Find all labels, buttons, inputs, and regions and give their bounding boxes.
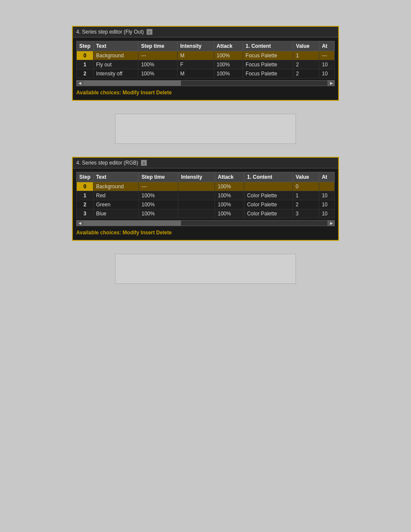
available-choices-flyout: Available choices: Modify Insert Delete (76, 88, 335, 96)
scroll-track-rgb[interactable] (83, 220, 328, 226)
cell-content-rgb-3: Color Palette (244, 209, 293, 218)
col-at-rgb: At (319, 172, 334, 182)
table-row[interactable]: 0 Background --- M 100% Focus Palette 1 … (77, 51, 335, 60)
cell-text-1: Fly out (93, 60, 138, 69)
col-attack-rgb: Attack (215, 172, 244, 182)
step-table-rgb: Step Text Step time Intensity Attack 1. … (76, 172, 335, 218)
cell-attack-rgb-1: 100% (215, 191, 244, 200)
editor-panel-flyout: 4. Series step editor (Fly Out) x Step T… (72, 26, 339, 101)
col-content: 1. Content (243, 41, 293, 51)
col-intensity-rgb: Intensity (178, 172, 215, 182)
cell-content-0: Focus Palette (243, 51, 293, 60)
cell-at-2: 10 (319, 69, 335, 78)
cell-value-2: 2 (293, 69, 319, 78)
scroll-right-btn-rgb[interactable]: ▶ (328, 220, 335, 226)
col-step-rgb: Step (77, 172, 93, 182)
cell-steptime-2: 100% (138, 69, 177, 78)
cell-steptime-1: 100% (138, 60, 177, 69)
step-table-flyout: Step Text Step time Intensity Attack 1. … (76, 41, 335, 78)
cell-intensity-rgb-3 (178, 209, 215, 218)
cell-value-rgb-0: 0 (293, 182, 319, 191)
cell-steptime-rgb-1: 100% (139, 191, 178, 200)
cell-step-rgb-1: 1 (77, 191, 93, 200)
scroll-area-flyout: ◀ ▶ (76, 80, 335, 86)
cell-at-1: 10 (319, 60, 335, 69)
scroll-thumb-flyout (84, 81, 181, 86)
available-choices-rgb: Available choices: Modify Insert Delete (76, 228, 335, 236)
col-content-rgb: 1. Content (244, 172, 293, 182)
cell-intensity-rgb-2 (178, 200, 215, 209)
editor-content-flyout: Step Text Step time Intensity Attack 1. … (73, 37, 338, 100)
cell-value-rgb-3: 3 (293, 209, 319, 218)
cell-step-0: 0 (77, 51, 93, 60)
cell-text-rgb-1: Red (93, 191, 139, 200)
cell-intensity-rgb-1 (178, 191, 215, 200)
cell-text-rgb-3: Blue (93, 209, 139, 218)
cell-text-rgb-2: Green (93, 200, 139, 209)
col-steptime-rgb: Step time (139, 172, 178, 182)
cell-at-rgb-1: 10 (319, 191, 334, 200)
cell-attack-1: 100% (214, 60, 243, 69)
cell-value-1: 2 (293, 60, 319, 69)
scroll-thumb-rgb (84, 221, 181, 226)
col-text-rgb: Text (93, 172, 139, 182)
cell-step-rgb-2: 2 (77, 200, 93, 209)
table-row[interactable]: 2 Intensity off 100% M 100% Focus Palett… (77, 69, 335, 78)
table-row[interactable]: 0 Background --- 100% 0 (77, 182, 335, 191)
cell-intensity-rgb-0 (178, 182, 215, 191)
col-at: At (319, 41, 335, 51)
panel1-title: 4. Series step editor (Fly Out) (76, 29, 144, 35)
close-button-rgb[interactable]: x (141, 160, 147, 166)
cell-intensity-0: M (177, 51, 214, 60)
cell-attack-0: 100% (214, 51, 243, 60)
cell-text-rgb-0: Background (93, 182, 139, 191)
table-row[interactable]: 3 Blue 100% 100% Color Palette 3 10 (77, 209, 335, 218)
title-bar-flyout: 4. Series step editor (Fly Out) x (73, 27, 338, 37)
panel2-title: 4. Series step editor (RGB) (76, 160, 138, 166)
col-intensity: Intensity (177, 41, 214, 51)
cell-attack-rgb-2: 100% (215, 200, 244, 209)
cell-at-rgb-0 (319, 182, 334, 191)
editor-content-rgb: Step Text Step time Intensity Attack 1. … (73, 168, 338, 240)
cell-at-rgb-2: 10 (319, 200, 334, 209)
cell-value-0: 1 (293, 51, 319, 60)
cell-content-rgb-2: Color Palette (244, 200, 293, 209)
cell-intensity-2: M (177, 69, 214, 78)
editor-panel-rgb: 4. Series step editor (RGB) x Step Text … (72, 157, 339, 241)
col-value-rgb: Value (293, 172, 319, 182)
cell-step-rgb-3: 3 (77, 209, 93, 218)
title-bar-rgb: 4. Series step editor (RGB) x (73, 158, 338, 168)
cell-text-2: Intensity off (93, 69, 138, 78)
cell-at-rgb-3: 10 (319, 209, 334, 218)
scroll-left-btn-rgb[interactable]: ◀ (76, 220, 83, 226)
scroll-track-flyout[interactable] (83, 80, 328, 86)
col-attack: Attack (214, 41, 243, 51)
page-wrapper: 4. Series step editor (Fly Out) x Step T… (0, 0, 411, 532)
close-button-flyout[interactable]: x (146, 29, 153, 35)
cell-steptime-rgb-3: 100% (139, 209, 178, 218)
table-row[interactable]: 1 Red 100% 100% Color Palette 1 10 (77, 191, 335, 200)
col-step: Step (77, 41, 93, 51)
cell-steptime-rgb-0: --- (139, 182, 178, 191)
cell-content-rgb-1: Color Palette (244, 191, 293, 200)
scroll-area-rgb: ◀ ▶ (76, 220, 335, 226)
cell-text-0: Background (93, 51, 138, 60)
cell-steptime-0: --- (138, 51, 177, 60)
cell-steptime-rgb-2: 100% (139, 200, 178, 209)
preview-box-2 (115, 254, 296, 284)
cell-attack-rgb-0: 100% (215, 182, 244, 191)
cell-content-2: Focus Palette (243, 69, 293, 78)
preview-box-1 (115, 114, 296, 144)
cell-content-rgb-0 (244, 182, 293, 191)
table-row[interactable]: 2 Green 100% 100% Color Palette 2 10 (77, 200, 335, 209)
scroll-left-btn-flyout[interactable]: ◀ (76, 80, 83, 86)
cell-attack-rgb-3: 100% (215, 209, 244, 218)
cell-intensity-1: F (177, 60, 214, 69)
col-text: Text (93, 41, 138, 51)
cell-value-rgb-2: 2 (293, 200, 319, 209)
table-row[interactable]: 1 Fly out 100% F 100% Focus Palette 2 10 (77, 60, 335, 69)
cell-content-1: Focus Palette (243, 60, 293, 69)
cell-step-1: 1 (77, 60, 93, 69)
cell-step-rgb-0: 0 (77, 182, 93, 191)
scroll-right-btn-flyout[interactable]: ▶ (328, 80, 335, 86)
